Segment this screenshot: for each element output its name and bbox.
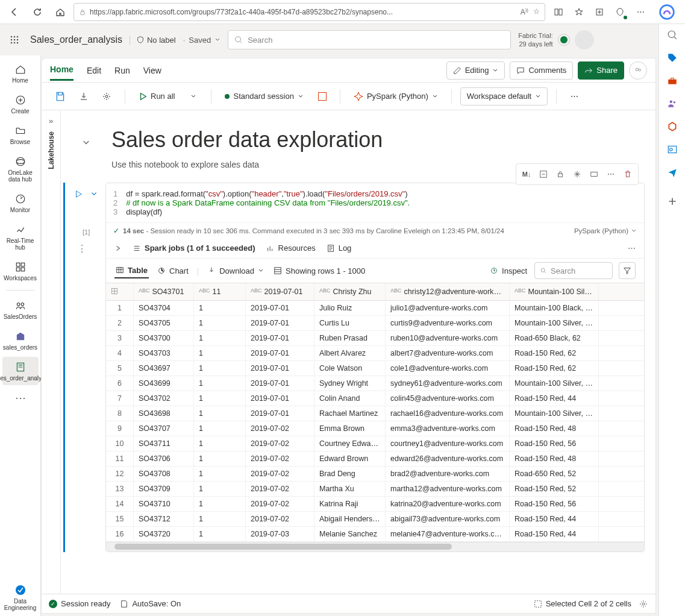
inspect-button[interactable]: Inspect	[489, 264, 528, 278]
performance-icon[interactable]	[610, 2, 630, 22]
user-avatar[interactable]	[575, 30, 594, 49]
nav-more[interactable]: ⋯	[2, 388, 39, 408]
sensitivity-label[interactable]: No label	[130, 36, 176, 45]
sidebar-toolbox-icon[interactable]	[665, 74, 680, 88]
read-aloud-icon[interactable]: A))	[521, 7, 528, 16]
column-header[interactable]: ABCChristy Zhu	[314, 283, 386, 300]
delete-cell-button[interactable]	[620, 166, 636, 182]
spark-jobs-tab[interactable]: Spark jobs (1 of 1 succeeded)	[133, 244, 255, 253]
table-row[interactable]: 8SO4369812019-07-01Rachael Martinezracha…	[106, 406, 644, 421]
tab-edit[interactable]: Edit	[87, 61, 101, 80]
comments-button[interactable]: Comments	[510, 61, 573, 80]
editing-mode-button[interactable]: Editing	[446, 61, 505, 80]
column-header[interactable]: ABC2019-07-01	[246, 283, 314, 300]
collapse-output-button[interactable]	[114, 245, 122, 252]
table-row[interactable]: 2SO4370512019-07-01Curtis Lucurtis9@adve…	[106, 316, 644, 331]
nav-create[interactable]: Create	[2, 90, 39, 118]
collections-icon[interactable]	[590, 2, 609, 22]
nav-workspaces[interactable]: Workspaces	[2, 257, 39, 285]
nav-salesorders-ws[interactable]: SalesOrders	[2, 295, 39, 324]
table-row[interactable]: 5SO4369712019-07-01Cole Watsoncole1@adve…	[106, 361, 644, 376]
column-header[interactable]: ABCchristy12@adventure-works.com	[386, 283, 510, 300]
table-row[interactable]: 12SO4370812019-07-02Brad Dengbrad2@adven…	[106, 467, 644, 482]
nav-persona[interactable]: Data Engineering	[2, 580, 39, 616]
freeze-cell-button[interactable]	[569, 166, 585, 182]
table-row[interactable]: 4SO4370312019-07-01Albert Alvarezalbert7…	[106, 346, 644, 361]
nav-browse[interactable]: Browse	[2, 121, 39, 149]
kernel-button[interactable]: PySpark (Python)	[349, 87, 443, 105]
sidebar-people-icon[interactable]	[665, 96, 680, 111]
presence-button[interactable]	[629, 61, 647, 80]
notebook-name[interactable]: Sales_order_analysis	[30, 34, 122, 45]
output-more-button[interactable]: ⋯	[628, 244, 636, 253]
cell-action-2[interactable]	[586, 166, 602, 182]
environment-button[interactable]: Workspace default	[460, 87, 548, 105]
more-icon[interactable]: ⋯	[631, 2, 650, 22]
lock-cell-button[interactable]	[552, 166, 568, 182]
table-row[interactable]: 9SO4370712019-07-02Emma Brownemma3@adven…	[106, 421, 644, 436]
table-view-tab[interactable]: Table	[114, 263, 149, 278]
address-bar[interactable]: https://app.fabric.microsoft.com/groups/…	[74, 3, 545, 21]
nav-home[interactable]: Home	[2, 59, 39, 87]
toolbar-more[interactable]: ⋯	[565, 87, 583, 105]
row-selector-header[interactable]	[106, 283, 134, 300]
status-settings-button[interactable]	[639, 599, 648, 609]
copilot-icon[interactable]	[654, 0, 680, 25]
cell-chevron-button[interactable]	[87, 187, 101, 201]
run-all-dropdown[interactable]	[184, 87, 202, 105]
tab-run[interactable]: Run	[114, 61, 130, 80]
trial-indicator[interactable]	[558, 34, 570, 46]
back-button[interactable]	[5, 2, 24, 22]
home-button[interactable]	[51, 2, 70, 22]
save-button[interactable]	[50, 87, 70, 105]
refresh-button[interactable]	[28, 2, 47, 22]
table-row[interactable]: 14SO4371012019-07-02Katrina Rajikatrina2…	[106, 497, 644, 512]
resources-tab[interactable]: Resources	[266, 244, 316, 253]
column-header[interactable]: ABCMountain-100 Silver, 44	[510, 283, 599, 300]
download-results-button[interactable]: Download	[206, 264, 265, 278]
nav-onelake[interactable]: OneLake data hub	[2, 151, 39, 186]
tab-view[interactable]: View	[143, 61, 161, 80]
app-launcher-icon[interactable]	[6, 31, 23, 48]
expand-panel-button[interactable]: »	[49, 116, 53, 125]
session-status[interactable]: ✓Session ready	[49, 599, 110, 608]
autosave-status[interactable]: AutoSave: On	[120, 599, 181, 608]
nav-notebook-current[interactable]: Sales_order_analysis	[2, 357, 39, 385]
settings-button[interactable]	[97, 87, 116, 105]
sidebar-tag-icon[interactable]	[665, 51, 680, 65]
filter-button[interactable]	[619, 262, 636, 279]
save-status[interactable]: · Saved	[183, 36, 221, 45]
cell-action-1[interactable]	[536, 166, 551, 182]
column-header[interactable]: ABC11	[194, 283, 246, 300]
table-search[interactable]: Search	[534, 262, 613, 279]
favorite-icon[interactable]: ☆	[533, 7, 540, 16]
cell-language[interactable]: PySpark (Python)	[574, 227, 637, 234]
table-row[interactable]: 13SO4370912019-07-02Martha Xumartha12@ad…	[106, 482, 644, 497]
nav-lakehouse[interactable]: sales_orders	[2, 326, 39, 354]
table-row[interactable]: 3SO4370012019-07-01Ruben Prasadruben10@a…	[106, 331, 644, 346]
table-row[interactable]: 6SO4369912019-07-01Sydney Wrightsydney61…	[106, 376, 644, 391]
table-row[interactable]: 7SO4370212019-07-01Colin Anandcolin45@ad…	[106, 391, 644, 406]
table-row[interactable]: 15SO4371212019-07-02Abigail Hendersonabi…	[106, 512, 644, 527]
log-tab[interactable]: Log	[327, 244, 352, 253]
favorites-icon[interactable]	[569, 2, 589, 22]
cell-more-button[interactable]: ⋯	[603, 166, 619, 182]
run-cell-button[interactable]	[72, 187, 85, 201]
sidebar-outlook-icon[interactable]	[665, 142, 680, 157]
sidebar-add-icon[interactable]	[665, 194, 680, 209]
nav-monitor[interactable]: Monitor	[2, 189, 39, 217]
share-button[interactable]: Share	[578, 61, 624, 80]
table-row[interactable]: 10SO4371112019-07-02Courtney Edwardscour…	[106, 436, 644, 451]
sidebar-send-icon[interactable]	[665, 165, 680, 180]
nav-realtime[interactable]: Real-Time hub	[2, 219, 39, 254]
run-all-button[interactable]: Run all	[134, 87, 180, 105]
table-row[interactable]: 11SO4370612019-07-02Edward Brownedward26…	[106, 451, 644, 467]
stop-button[interactable]	[313, 87, 331, 105]
column-header[interactable]: ABCSO43701	[134, 283, 194, 300]
trial-status[interactable]: Fabric Trial: 29 days left	[518, 31, 552, 49]
horizontal-scrollbar[interactable]	[106, 542, 644, 552]
split-screen-icon[interactable]	[549, 2, 568, 22]
table-row[interactable]: 16SO4372012019-07-03Melanie Sanchezmelan…	[106, 527, 644, 542]
sidebar-search-icon[interactable]	[665, 28, 680, 42]
table-row[interactable]: 1SO4370412019-07-01Julio Ruizjulio1@adve…	[106, 301, 644, 316]
